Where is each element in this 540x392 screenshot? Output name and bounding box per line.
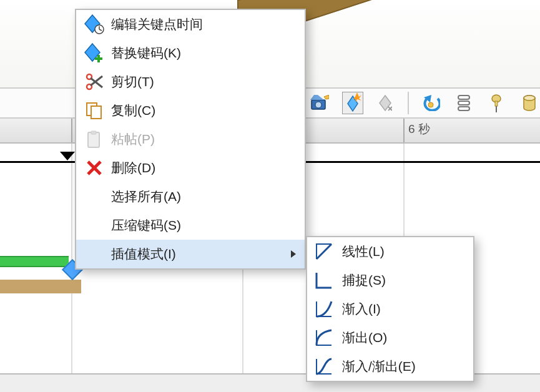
playhead-handle-icon xyxy=(60,152,75,160)
blank-icon xyxy=(82,242,106,266)
submenu-ease-in[interactable]: 渐入(I) xyxy=(307,295,473,323)
delete-x-icon xyxy=(82,156,106,180)
menu-label: 压缩键码(S) xyxy=(106,217,181,234)
scissors-icon xyxy=(82,70,106,94)
diamond-clock-icon xyxy=(82,12,106,36)
pin-button[interactable] xyxy=(486,92,508,114)
curve-easeinout-icon xyxy=(312,355,336,378)
return-arrow-button[interactable] xyxy=(420,92,442,114)
track-tan-clip[interactable] xyxy=(0,280,81,293)
svg-rect-31 xyxy=(91,106,101,119)
interpolation-submenu: 线性(L) 捕捉(S) 渐入(I) 渐出(O) xyxy=(306,236,474,382)
svg-rect-33 xyxy=(91,131,96,134)
curve-easein-icon xyxy=(312,297,336,321)
svg-line-36 xyxy=(317,244,331,259)
paste-icon xyxy=(82,127,106,151)
menu-label: 删除(D) xyxy=(106,159,155,177)
svg-marker-3 xyxy=(324,95,329,99)
context-menu: 编辑关键点时间 替换键码(K) 剪切(T) xyxy=(75,9,306,270)
copy-icon xyxy=(82,99,106,122)
menu-interpolation-mode[interactable]: 插值模式(I) xyxy=(76,240,305,268)
menu-label: 剪切(T) xyxy=(106,73,154,91)
toolbar-separator xyxy=(408,92,409,114)
blank-icon xyxy=(82,185,106,208)
menu-cut[interactable]: 剪切(T) xyxy=(76,67,305,96)
submenu-snap[interactable]: 捕捉(S) xyxy=(307,266,473,295)
menu-replace-keycode[interactable]: 替换键码(K) xyxy=(76,39,305,67)
submenu-arrow-icon xyxy=(291,250,296,258)
menu-label: 编辑关键点时间 xyxy=(106,16,203,33)
diamond-plus-icon xyxy=(82,41,106,65)
svg-rect-12 xyxy=(458,101,469,105)
curve-easeout-icon xyxy=(312,326,336,350)
svg-point-2 xyxy=(315,102,322,108)
curve-snap-icon xyxy=(312,268,336,292)
submenu-label: 捕捉(S) xyxy=(336,272,386,289)
svg-rect-32 xyxy=(88,132,99,147)
submenu-label: 渐出(O) xyxy=(336,329,387,346)
menu-edit-keyframe-time[interactable]: 编辑关键点时间 xyxy=(76,10,305,39)
svg-rect-13 xyxy=(458,107,469,110)
menu-compress-keycode[interactable]: 压缩键码(S) xyxy=(76,211,305,240)
menu-label: 替换键码(K) xyxy=(106,44,181,62)
ruler-tick: 6 秒 xyxy=(403,119,430,142)
svg-rect-11 xyxy=(458,96,469,99)
cylinder-button[interactable] xyxy=(518,92,540,114)
submenu-ease-out[interactable]: 渐出(O) xyxy=(307,323,473,352)
menu-copy[interactable]: 复制(C) xyxy=(76,96,305,125)
ruler-label: 6 秒 xyxy=(408,122,430,135)
menu-paste: 粘帖(P) xyxy=(76,125,305,154)
menu-label: 插值模式(I) xyxy=(106,245,176,263)
menu-label: 粘帖(P) xyxy=(106,130,155,148)
camera-tool-button[interactable] xyxy=(309,92,331,114)
keyframe-spark-button[interactable] xyxy=(342,92,364,114)
submenu-linear[interactable]: 线性(L) xyxy=(307,237,473,266)
submenu-label: 线性(L) xyxy=(336,243,385,260)
menu-label: 复制(C) xyxy=(106,102,155,119)
submenu-label: 渐入(I) xyxy=(336,300,381,318)
menu-select-all[interactable]: 选择所有(A) xyxy=(76,182,305,211)
svg-rect-15 xyxy=(495,101,498,106)
curve-linear-icon xyxy=(312,240,336,263)
blank-icon xyxy=(82,213,106,237)
submenu-label: 渐入/渐出(E) xyxy=(336,358,416,375)
stack-button[interactable] xyxy=(453,92,474,114)
menu-label: 选择所有(A) xyxy=(106,188,181,205)
svg-point-10 xyxy=(428,102,433,107)
menu-delete[interactable]: 删除(D) xyxy=(76,154,305,182)
svg-point-18 xyxy=(524,96,535,100)
track-green-clip[interactable] xyxy=(0,256,69,267)
svg-marker-1 xyxy=(310,95,324,100)
keyframe-grey-button[interactable] xyxy=(375,92,396,114)
submenu-ease-inout[interactable]: 渐入/渐出(E) xyxy=(307,352,473,381)
